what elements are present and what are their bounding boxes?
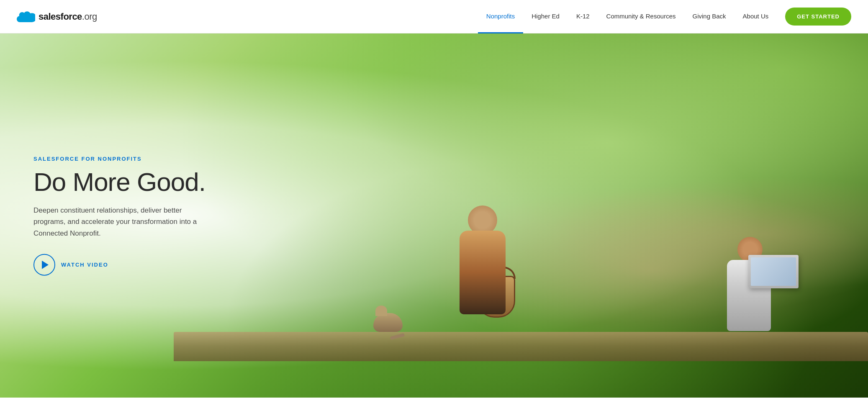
watch-video-button[interactable]: WATCH VIDEO — [33, 254, 108, 275]
nav-item-community[interactable]: Community & Resources — [598, 0, 684, 33]
play-circle-icon — [33, 254, 55, 275]
nav-item-about-us[interactable]: About Us — [734, 0, 777, 33]
nav-item-higher-ed[interactable]: Higher Ed — [523, 0, 568, 33]
cat-prop — [373, 313, 403, 332]
hero-content: SALESFORCE FOR NONPROFITS Do More Good. … — [33, 156, 209, 276]
old-woman-figure — [451, 205, 518, 339]
watch-video-label: WATCH VIDEO — [61, 262, 108, 268]
nav-item-k12[interactable]: K-12 — [568, 0, 598, 33]
hero-title: Do More Good. — [33, 168, 209, 196]
logo-text: salesforce.org — [39, 11, 97, 22]
hero-subtitle: Deepen constituent relationships, delive… — [33, 205, 209, 239]
child-figure — [723, 237, 781, 354]
hero-eyebrow: SALESFORCE FOR NONPROFITS — [33, 156, 209, 162]
header: salesforce.org Nonprofits Higher Ed K-12… — [0, 0, 868, 33]
play-triangle-icon — [42, 260, 49, 269]
main-nav: Nonprofits Higher Ed K-12 Community & Re… — [478, 0, 851, 33]
logo[interactable]: salesforce.org — [17, 10, 97, 23]
nav-item-giving-back[interactable]: Giving Back — [684, 0, 734, 33]
hero-section: SALESFORCE FOR NONPROFITS Do More Good. … — [0, 33, 868, 398]
nav-item-nonprofits[interactable]: Nonprofits — [478, 0, 523, 33]
salesforce-cloud-icon — [17, 10, 35, 23]
laptop-prop — [748, 255, 799, 288]
get-started-button[interactable]: GET STARTED — [785, 8, 851, 26]
